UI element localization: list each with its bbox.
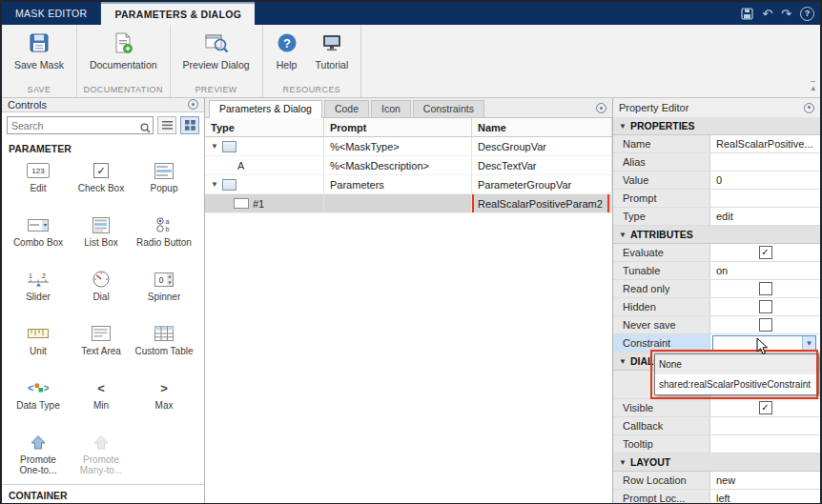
name-cell[interactable]: DescGroupVar — [472, 137, 612, 155]
tab-mask-editor[interactable]: MASK EDITOR — [2, 2, 101, 25]
list-view-button[interactable] — [157, 116, 176, 134]
table-row-selected[interactable]: #1 RealScalarPositiveParam2 — [205, 194, 612, 213]
chevron-down-icon[interactable]: ▼ — [211, 142, 218, 151]
name-field[interactable]: RealScalarPositive... — [710, 135, 820, 152]
svg-text:2: 2 — [42, 272, 46, 279]
control-combo-box[interactable]: Combo Box — [7, 211, 70, 265]
control-data-type[interactable]: <> Data Type — [7, 373, 70, 428]
save-mask-icon — [28, 31, 51, 59]
evaluate-checkbox[interactable]: ✓ — [759, 246, 772, 259]
prompt-cell[interactable] — [324, 194, 472, 212]
column-header-name[interactable]: Name — [472, 118, 612, 136]
tab-label: PARAMETERS & DIALOG — [114, 9, 241, 20]
table-row[interactable]: A %<MaskDescription> DescTextVar — [205, 156, 612, 175]
radio-button-icon: ab — [155, 214, 173, 235]
parameter-section-header[interactable]: PARAMETER — [2, 138, 204, 156]
hidden-checkbox[interactable] — [759, 300, 772, 313]
documentation-button[interactable]: Documentation — [81, 30, 166, 72]
control-promote-one[interactable]: Promote One-to... — [7, 428, 70, 482]
help-button[interactable]: ? Help — [267, 30, 307, 72]
control-edit[interactable]: 123 Edit — [7, 156, 70, 211]
section-properties[interactable]: ▼ PROPERTIES — [613, 117, 820, 135]
prompt-cell[interactable]: %<MaskType> — [324, 137, 472, 155]
tab-parameters-dialog[interactable]: PARAMETERS & DIALOG — [101, 2, 255, 25]
prompt-cell[interactable]: Parameters — [324, 175, 472, 193]
control-check-box[interactable]: ✓ Check Box — [70, 156, 133, 211]
control-slider[interactable]: 12 Slider — [7, 265, 70, 319]
control-text-area[interactable]: Text Area — [70, 319, 133, 373]
table-row[interactable]: ▼ Parameters ParameterGroupVar — [205, 175, 612, 194]
prompt-field[interactable] — [710, 190, 820, 207]
control-custom-table[interactable]: Custom Table — [133, 319, 195, 373]
control-unit[interactable]: Unit — [7, 319, 70, 373]
control-dial[interactable]: Dial — [70, 265, 133, 319]
tab-code[interactable]: Code — [324, 100, 369, 117]
tutorial-button[interactable]: Tutorial — [307, 30, 358, 72]
prompt-cell[interactable]: %<MaskDescription> — [324, 156, 472, 174]
column-header-type[interactable]: Type — [205, 118, 324, 136]
control-min[interactable]: < Min — [70, 373, 133, 428]
constraint-dropdown[interactable]: ▼ — [712, 335, 816, 352]
dropdown-option-none[interactable]: None — [655, 354, 818, 374]
panel-options-icon[interactable] — [596, 103, 606, 113]
undo-icon[interactable]: ↶ — [762, 8, 772, 20]
list-box-icon — [92, 214, 110, 235]
name-cell[interactable]: ParameterGroupVar — [472, 175, 612, 193]
chevron-down-icon[interactable]: ▼ — [211, 180, 218, 189]
save-mask-button[interactable]: Save Mask — [6, 30, 72, 72]
table-row[interactable]: ▼ %<MaskType> DescGroupVar — [205, 137, 612, 156]
property-row-tooltip: Tooltip — [613, 435, 820, 454]
redo-icon[interactable]: ↷ — [781, 8, 791, 20]
section-attributes[interactable]: ▼ ATTRIBUTES — [613, 226, 820, 244]
name-cell[interactable]: DescTextVar — [472, 156, 612, 174]
control-spinner[interactable]: 0 Spinner — [133, 265, 195, 319]
help-icon[interactable]: ? — [800, 7, 814, 21]
search-input[interactable] — [7, 116, 154, 134]
tab-constraints[interactable]: Constraints — [413, 100, 484, 117]
collapse-toolstrip-icon[interactable]: ▴ — [811, 77, 815, 94]
toolstrip-group-save: Save Mask SAVE — [2, 25, 77, 97]
control-max[interactable]: > Max — [133, 373, 195, 428]
chevron-down-icon[interactable]: ▼ — [802, 336, 815, 351]
control-popup[interactable]: Popup — [133, 156, 195, 211]
dropdown-option-shared-constraint[interactable]: shared:realScalarPositiveConstraint — [655, 374, 818, 394]
group-icon — [222, 141, 236, 152]
data-type-icon: <> — [28, 377, 49, 398]
tab-parameters-dialog-pane[interactable]: Parameters & Dialog — [209, 100, 322, 118]
dialog-editor-panel: Parameters & Dialog Code Icon Constraint… — [205, 98, 613, 503]
visible-checkbox[interactable]: ✓ — [759, 401, 772, 414]
group-icon — [222, 179, 236, 191]
save-icon[interactable] — [741, 8, 753, 20]
value-field[interactable]: 0 — [710, 171, 820, 189]
panel-options-icon[interactable] — [188, 99, 198, 110]
property-row-visible: Visible ✓ — [613, 399, 820, 417]
row-number: #1 — [253, 198, 264, 210]
main-area: Controls PARAMETER — [2, 98, 820, 503]
control-radio-button[interactable]: ab Radio Button — [133, 211, 195, 265]
container-section-header[interactable]: CONTAINER — [2, 484, 204, 503]
name-cell-highlighted[interactable]: RealScalarPositiveParam2 — [472, 194, 612, 212]
constraint-dropdown-popup: None shared:realScalarPositiveConstraint — [654, 353, 819, 395]
control-list-box[interactable]: List Box — [70, 211, 133, 265]
column-header-prompt[interactable]: Prompt — [324, 118, 472, 136]
section-layout[interactable]: ▼ LAYOUT — [613, 454, 820, 472]
tunable-field[interactable]: on — [710, 262, 820, 279]
property-editor-panel: Property Editor ▼ PROPERTIES Name RealSc… — [613, 98, 820, 503]
documentation-icon — [112, 31, 134, 59]
grid-view-button[interactable] — [180, 116, 199, 134]
preview-dialog-icon — [204, 31, 229, 59]
read-only-checkbox[interactable] — [759, 282, 772, 295]
type-field[interactable]: edit — [710, 208, 820, 225]
never-save-checkbox[interactable] — [759, 318, 772, 332]
tab-icon[interactable]: Icon — [371, 100, 411, 117]
panel-options-icon[interactable] — [804, 103, 814, 113]
controls-panel-header: Controls — [2, 98, 204, 112]
alias-field[interactable] — [710, 153, 820, 171]
callback-field[interactable] — [710, 417, 820, 434]
row-location-field[interactable]: new — [710, 472, 820, 489]
property-row-tunable: Tunable on — [613, 262, 820, 280]
tooltip-field[interactable] — [710, 435, 820, 453]
preview-dialog-button[interactable]: Preview Dialog — [175, 30, 258, 72]
titlebar-quick-actions: ↶ ↷ ? — [741, 2, 814, 25]
prompt-location-field[interactable]: left — [710, 490, 820, 503]
